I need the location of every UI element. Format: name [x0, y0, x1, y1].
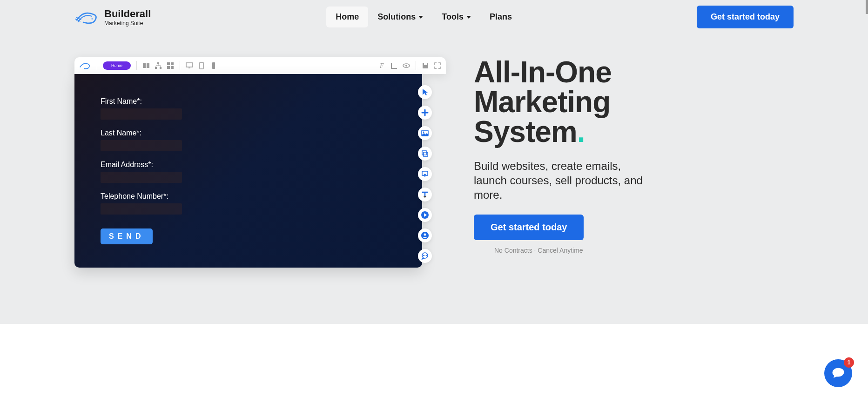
hero-subtitle: Build websites, create emails, launch co…	[474, 159, 651, 202]
editor-preview: Home F	[74, 57, 446, 268]
image-tool[interactable]	[418, 126, 432, 140]
chat-icon	[831, 366, 845, 380]
last-name-input[interactable]	[101, 140, 182, 151]
form-label-last-name: Last Name*:	[101, 129, 422, 137]
align-icon[interactable]	[390, 62, 398, 69]
toolbar-separator	[416, 61, 416, 70]
svg-rect-12	[212, 62, 215, 69]
editor-side-tools	[418, 85, 432, 263]
user-tool[interactable]	[418, 228, 432, 242]
fullscreen-icon[interactable]	[434, 62, 441, 69]
preview-icon[interactable]	[403, 62, 410, 69]
editor-toolbar: Home F	[74, 57, 446, 74]
email-input[interactable]	[101, 172, 182, 183]
svg-rect-5	[160, 67, 161, 69]
tree-icon[interactable]	[155, 62, 162, 69]
form-label-phone: Telephone Number*:	[101, 192, 422, 201]
svg-point-26	[424, 255, 425, 256]
svg-point-0	[91, 18, 93, 20]
svg-rect-19	[424, 152, 428, 156]
svg-rect-10	[186, 63, 193, 67]
svg-rect-6	[167, 62, 170, 65]
chat-badge: 1	[844, 357, 854, 368]
nav-plans[interactable]: Plans	[480, 7, 521, 27]
brand-name: Builderall	[104, 8, 151, 20]
cursor-tool[interactable]	[418, 85, 432, 99]
form-label-email: Email Address*:	[101, 161, 422, 169]
editor-page-pill[interactable]: Home	[103, 61, 131, 70]
font-icon[interactable]: F	[378, 62, 386, 69]
mobile-icon[interactable]	[210, 62, 217, 69]
svg-point-15	[405, 65, 407, 67]
nav-tools[interactable]: Tools	[432, 7, 480, 27]
bottom-strip	[0, 324, 868, 403]
text-tool[interactable]	[418, 188, 432, 202]
svg-point-23	[424, 234, 426, 236]
svg-rect-7	[171, 62, 174, 65]
brand-logo[interactable]: Builderall Marketing Suite	[74, 8, 151, 27]
svg-point-17	[423, 132, 424, 133]
toolbar-separator	[97, 61, 97, 70]
brand-logo-icon	[74, 8, 100, 27]
editor-logo-icon	[79, 61, 91, 70]
svg-rect-11	[200, 62, 203, 69]
chevron-down-icon	[418, 16, 423, 19]
send-button[interactable]: SEND	[101, 228, 153, 244]
desktop-icon[interactable]	[186, 62, 193, 69]
form-label-first-name: First Name*:	[101, 97, 422, 106]
tablet-icon[interactable]	[198, 62, 205, 69]
hero-cta-button[interactable]: Get started today	[474, 215, 584, 240]
layout-icon[interactable]	[142, 62, 150, 69]
svg-rect-8	[167, 66, 170, 69]
svg-point-27	[426, 255, 427, 256]
copy-tool[interactable]	[418, 147, 432, 161]
svg-rect-4	[155, 67, 157, 69]
nav-home[interactable]: Home	[326, 7, 368, 27]
svg-rect-9	[171, 66, 174, 69]
scrollbar[interactable]	[866, 0, 868, 14]
brand-tagline: Marketing Suite	[104, 20, 151, 27]
hero-note: No Contracts · Cancel Anytime	[494, 247, 651, 254]
svg-rect-18	[422, 151, 426, 155]
hero-title-dot: .	[577, 115, 585, 148]
first-name-input[interactable]	[101, 108, 182, 120]
toolbar-separator	[180, 61, 180, 70]
phone-input[interactable]	[101, 203, 182, 215]
svg-point-25	[423, 255, 424, 256]
add-tool[interactable]	[418, 106, 432, 120]
chat-widget[interactable]: 1	[824, 359, 852, 387]
svg-rect-1	[143, 63, 146, 68]
toolbar-separator	[136, 61, 137, 70]
main-nav: Home Solutions Tools Plans	[326, 7, 521, 27]
chat-tool[interactable]	[418, 249, 432, 263]
editor-canvas: First Name*: Last Name*: Email Address*:…	[74, 74, 422, 268]
grid-icon[interactable]	[167, 62, 174, 69]
svg-rect-2	[147, 63, 149, 68]
hero-title: All-In-One Marketing System.	[474, 57, 651, 147]
save-icon[interactable]	[422, 62, 429, 69]
svg-text:F: F	[379, 62, 384, 69]
upload-tool[interactable]	[418, 167, 432, 181]
header-cta-button[interactable]: Get started today	[697, 6, 794, 28]
nav-solutions[interactable]: Solutions	[368, 7, 432, 27]
play-tool[interactable]	[418, 208, 432, 222]
svg-rect-3	[157, 62, 159, 64]
chevron-down-icon	[466, 16, 471, 19]
